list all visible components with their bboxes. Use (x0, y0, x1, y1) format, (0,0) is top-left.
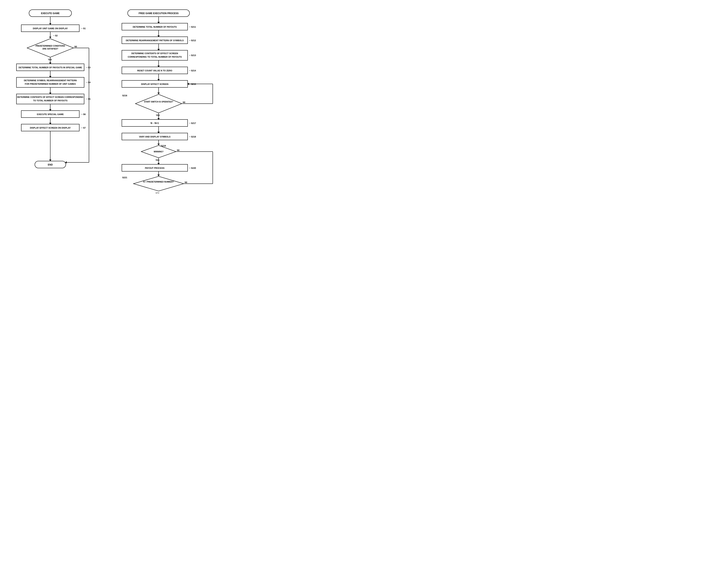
s2-label2: ARE SATISFIED? (42, 48, 58, 50)
s2-no: N0 (75, 46, 77, 48)
s211-step: ~ S211 (189, 26, 196, 28)
s216-label1: START SWITCH IS OPERATED? (144, 101, 173, 103)
s4-label2: FOR PREDETERMINED NUMBER OF UNIT GAMES (25, 83, 76, 85)
s4-step: ~ S4 (86, 81, 91, 84)
s217-label: N→N+1 (150, 122, 159, 125)
svg-marker-5 (49, 37, 51, 38)
s7-label: DISPLAY EFFECT SCREEN ON DISPLAY (30, 127, 71, 129)
s213-label1: DETERMINE CONTENTS OF EFFECT SCREEN (131, 52, 178, 55)
s220-step: ~ S220 (189, 167, 196, 169)
s219-label: WINNING? (154, 151, 164, 153)
s216-yes: YES (156, 114, 160, 117)
s6-step: ~ S6 (81, 113, 86, 115)
s221-label1: N = PREDETERMINED NUMBER? (143, 181, 174, 183)
s221-step-label: S221 (122, 176, 127, 178)
svg-marker-46 (157, 92, 160, 94)
left-end: END (48, 163, 53, 166)
s215-label: DISPLAY EFFECT SCREEN (141, 83, 168, 85)
s6-label: EXECUTE SPECIAL GAME (37, 113, 64, 115)
s5-label2: TO TOTAL NUMBER OF PAYOUTS (33, 99, 67, 102)
svg-marker-59 (157, 144, 160, 145)
svg-marker-2 (49, 23, 51, 25)
left-title: EXECUTE GAME (41, 12, 60, 15)
svg-rect-38 (122, 50, 188, 60)
s2-yes: YES (48, 59, 52, 61)
svg-marker-27 (49, 160, 51, 161)
right-flowchart: FREE GAME EXECUTION PROCESS DETERMINE TO… (110, 6, 223, 194)
s4-label1: DETERMINE SYMBOL REARRANGEMENT PATTERN (24, 79, 77, 82)
s3-step: ~ S3 (86, 66, 90, 69)
s212-label: DETERMINE REARRANGEMENT PATTERN OF SYMBO… (126, 39, 184, 42)
svg-marker-47 (135, 94, 182, 113)
s219-no: N0 (177, 149, 180, 151)
s218-label: VARY AND DISPLAY SYMBOLS (139, 135, 171, 138)
s212-step: ~ S212 (189, 39, 196, 42)
s219-yes: YES (155, 159, 160, 161)
s1-label: DISPLAY UNIT GAME ON DISPLAY (33, 27, 68, 29)
s214-step: ~ S214 (189, 69, 196, 72)
left-flowchart: EXECUTE GAME DISPLAY UNIT GAME ON DISPLA… (6, 6, 103, 194)
s217-step: ~ S217 (189, 122, 196, 124)
s2-label1: PREDETERMINED CONDITIONS (36, 45, 65, 47)
s216-no: N0 (183, 101, 185, 103)
svg-marker-67 (133, 176, 184, 191)
s7-step: ~ S7 (81, 127, 86, 129)
s2-step: ~ S2 (53, 35, 58, 37)
s3-label: DETERMINE TOTAL NUMBER OF PAYOUTS IN SPE… (19, 66, 82, 69)
s218-step: ~ S218 (189, 135, 196, 138)
s221-no: N0 (185, 181, 187, 184)
s220-label: PAYOUT PROCESS (145, 167, 165, 169)
right-title: FREE GAME EXECUTION PROCESS (139, 12, 179, 15)
svg-rect-19 (17, 94, 84, 104)
s211-label: DETERMINE TOTAL NUMBER OF PAYOUTS (133, 26, 176, 28)
s1-step: ~ S1 (81, 27, 86, 29)
s5-label1: DETERMINE CONTENTS OF EFFECT SCREEN CORR… (17, 96, 84, 98)
s214-label: RESET COUNT VALUE N TO ZERO (137, 69, 172, 72)
s216-step: S216 (122, 94, 127, 97)
s213-step: ~ S213 (189, 54, 196, 57)
s213-label2: CORRESPONDING TO TOTAL NUMBER OF PAYOUTS (128, 56, 182, 58)
svg-rect-16 (17, 77, 84, 87)
svg-marker-66 (157, 174, 160, 176)
s5-step: ~ S5 (86, 98, 90, 100)
s221-yes: YES (155, 192, 160, 193)
